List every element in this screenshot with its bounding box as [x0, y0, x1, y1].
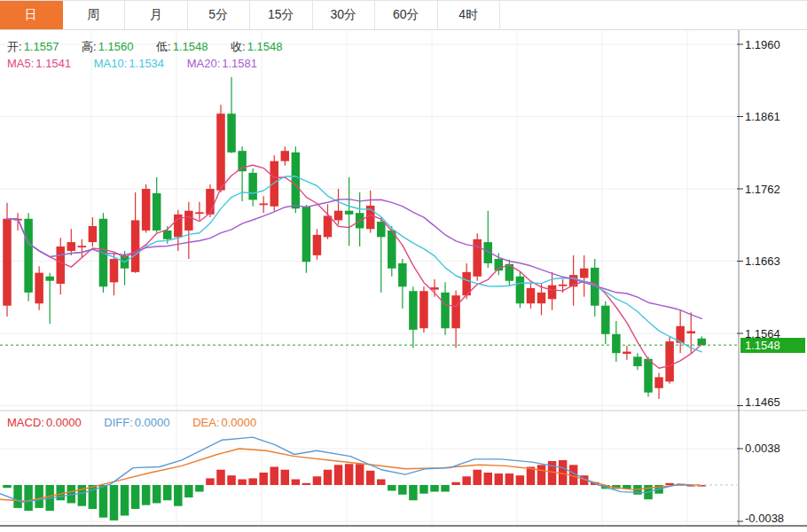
ma10-value: 1.1534	[129, 57, 164, 70]
price-tick-3: 1.1762	[745, 183, 780, 196]
macd-info-row: MACD:0.0000 DIFF:0.0000 DEA:0.0000	[7, 416, 258, 429]
high-value: 1.1560	[98, 40, 134, 53]
ma5-label: MA5:	[7, 57, 34, 70]
dea-label: DEA:	[192, 416, 219, 429]
dea-value: 0.0000	[222, 416, 257, 429]
price-tick-4: 1.1663	[745, 254, 780, 268]
macd-tick-positive: 0.0038	[745, 442, 780, 455]
ma10-label: MA10:	[94, 57, 128, 70]
close-value: 1.1548	[247, 40, 283, 53]
price-tick-1: 1.1960	[745, 38, 780, 51]
ma-info-row: MA5:1.1541 MA10:1.1534 MA20:1.1581	[7, 57, 259, 70]
trading-chart-app: 日 周 月 5分 15分 30分 60分 4时 开:1.1557 高:1.156…	[0, 0, 807, 532]
diff-value: 0.0000	[135, 416, 170, 429]
macd-value: 0.0000	[46, 416, 82, 429]
ma20-value: 1.1581	[222, 57, 257, 70]
macd-label: MACD:	[7, 416, 44, 429]
low-value: 1.1548	[173, 40, 208, 53]
close-label: 收:	[231, 40, 246, 53]
price-tick-6: 1.1465	[745, 395, 780, 409]
ma20-label: MA20:	[187, 57, 221, 70]
current-price-tag: 1.1548	[740, 338, 805, 353]
diff-label: DIFF:	[104, 416, 133, 429]
ohlc-info-row: 开:1.1557 高:1.1560 低:1.1548 收:1.1548	[7, 39, 284, 55]
open-value: 1.1557	[24, 40, 59, 53]
ma5-value: 1.1541	[35, 57, 71, 70]
macd-tick-negative: -0.0038	[745, 512, 784, 525]
candlestick-macd-chart[interactable]	[0, 0, 807, 532]
low-label: 低:	[156, 40, 171, 53]
price-tick-2: 1.1861	[745, 110, 780, 123]
open-label: 开:	[7, 40, 22, 53]
high-label: 高:	[82, 40, 97, 53]
